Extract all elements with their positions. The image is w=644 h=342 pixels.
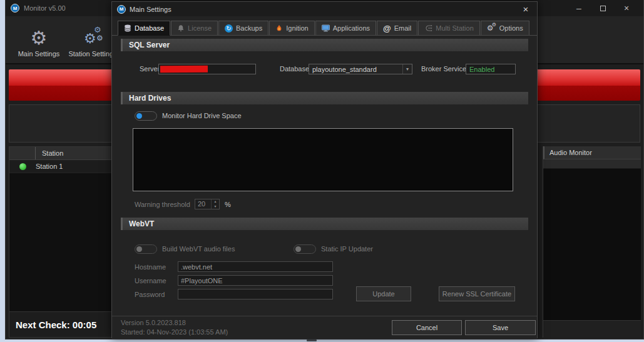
password-input[interactable] <box>178 289 333 299</box>
cancel-button-label: Cancel <box>416 324 437 331</box>
update-button-label: Update <box>372 290 394 298</box>
monitor-hard-drive-toggle[interactable] <box>135 111 157 121</box>
gears-icon: ⚙ ⚙ <box>487 24 496 33</box>
monitor-icon <box>322 24 330 32</box>
tab-label: Ignition <box>286 24 308 32</box>
save-button[interactable]: Save <box>465 320 536 335</box>
broker-service-label: Broker Service <box>421 64 466 74</box>
update-button[interactable]: Update <box>356 286 411 301</box>
settings-tabbar: Database License ↻ Backups Ignition Appl… <box>112 21 537 36</box>
gear-icon: ⚙ <box>94 26 101 34</box>
spin-down-icon[interactable]: ▾ <box>212 204 219 209</box>
main-window-title: Monitor v5.00 <box>24 4 66 12</box>
section-title: WebVT <box>129 219 154 228</box>
tab-label: Multi Station <box>436 24 474 32</box>
section-title: SQL Server <box>129 41 170 49</box>
close-icon[interactable]: × <box>519 4 532 14</box>
save-button-label: Save <box>493 324 508 331</box>
hard-drives-section-header: Hard Drives <box>121 92 528 104</box>
bell-icon <box>177 24 185 32</box>
toggle-knob <box>136 113 142 119</box>
build-webvt-label: Build WebVT audio files <box>162 244 235 254</box>
tab-applications[interactable]: Applications <box>315 21 376 35</box>
tab-options[interactable]: ⚙ ⚙ Options <box>481 21 529 35</box>
dialog-titlebar: M Main Settings × <box>112 2 537 16</box>
tab-license[interactable]: License <box>171 21 218 35</box>
tab-ignition[interactable]: Ignition <box>269 21 314 35</box>
spin-up-icon[interactable]: ▴ <box>212 199 219 204</box>
warning-threshold-value: 20 <box>195 199 211 209</box>
toggle-knob <box>295 246 301 252</box>
audio-monitor-label: Audio Monitor <box>549 149 592 156</box>
main-settings-label: Main Settings <box>18 50 60 58</box>
username-label: Username <box>135 276 166 286</box>
version-label: Version 5.0.2023.818 <box>121 319 186 326</box>
gears-icon: ⚙ ⚙ ⚙ <box>80 27 105 48</box>
redaction-overlay <box>160 66 208 73</box>
status-dot-green <box>19 163 26 170</box>
status-column-header <box>9 147 36 159</box>
warning-threshold-spinner[interactable]: 20 ▴ ▾ <box>195 199 220 209</box>
webvt-section-header: WebVT <box>121 218 528 230</box>
tab-database[interactable]: Database <box>118 21 170 36</box>
static-ip-toggle[interactable] <box>294 244 316 254</box>
station-column-header: Station <box>36 149 63 157</box>
gear-icon: ⚙ <box>96 34 103 42</box>
station-settings-label: Station Settings <box>68 50 116 58</box>
taskbar-hint <box>307 339 317 341</box>
audio-monitor-panel: Audio Monitor <box>543 146 641 338</box>
tab-backups[interactable]: ↻ Backups <box>218 21 268 35</box>
cancel-button[interactable]: Cancel <box>392 320 462 335</box>
station-name: Station 1 <box>36 163 63 170</box>
broker-service-field: Enabled <box>466 64 516 74</box>
tab-label: Email <box>394 24 412 32</box>
app-logo-icon: M <box>11 4 19 13</box>
tab-label: Applications <box>333 24 370 32</box>
tab-label: Backups <box>236 24 262 32</box>
audio-monitor-header[interactable]: Audio Monitor <box>543 146 641 159</box>
gear-icon: ⚙ <box>31 28 48 48</box>
tab-multi-station[interactable]: Multi Station <box>418 21 480 35</box>
tab-label: License <box>188 24 212 32</box>
main-settings-button[interactable]: ⚙ Main Settings <box>12 20 66 60</box>
database-select[interactable]: playoutone_standard ▾ <box>309 64 412 74</box>
section-title: Hard Drives <box>129 94 171 103</box>
chevron-down-icon: ▾ <box>402 64 412 74</box>
maximize-icon[interactable] <box>591 0 615 16</box>
audio-monitor-footer <box>543 320 641 338</box>
database-tab-content: SQL Server Server Database playoutone_st… <box>112 36 537 316</box>
database-icon <box>124 24 131 32</box>
monitor-hard-drive-label: Monitor Hard Drive Space <box>162 111 242 121</box>
database-label: Database <box>280 64 309 74</box>
percent-label: % <box>225 199 231 210</box>
gear-icon: ⚙ <box>492 23 496 28</box>
at-icon: @ <box>383 24 391 33</box>
sql-server-section-header: SQL Server <box>121 39 528 51</box>
minimize-icon[interactable]: – <box>567 0 591 16</box>
tab-label: Database <box>135 24 164 32</box>
dialog-title: Main Settings <box>130 6 171 13</box>
tab-email[interactable]: @ Email <box>377 21 417 35</box>
multi-station-icon <box>424 24 432 32</box>
started-label: Started: 04-Nov-2023 (1:03:55 AM) <box>121 328 228 336</box>
database-select-value: playoutone_standard <box>312 66 377 73</box>
close-icon[interactable]: × <box>615 0 638 16</box>
hostname-input[interactable] <box>178 261 333 272</box>
tab-label: Options <box>499 24 523 32</box>
dialog-footer: Version 5.0.2023.818 Started: 04-Nov-202… <box>112 316 537 339</box>
refresh-icon: ↻ <box>225 24 233 33</box>
hard-drive-list[interactable] <box>133 128 513 191</box>
hostname-label: Hostname <box>135 262 166 273</box>
broker-service-value: Enabled <box>469 66 494 73</box>
renew-ssl-button-label: Renew SSL Certificate <box>442 290 511 298</box>
build-webvt-toggle[interactable] <box>135 244 157 254</box>
spinner-buttons[interactable]: ▴ ▾ <box>211 199 219 209</box>
password-label: Password <box>135 289 165 300</box>
audio-monitor-subheader <box>543 159 641 169</box>
warning-threshold-label: Warning threshold <box>135 199 190 210</box>
renew-ssl-button[interactable]: Renew SSL Certificate <box>439 286 515 301</box>
username-input[interactable] <box>178 275 333 286</box>
flame-icon <box>275 24 283 32</box>
next-check-label: Next Check: 00:05 <box>9 319 96 330</box>
app-logo-icon: M <box>117 5 126 14</box>
